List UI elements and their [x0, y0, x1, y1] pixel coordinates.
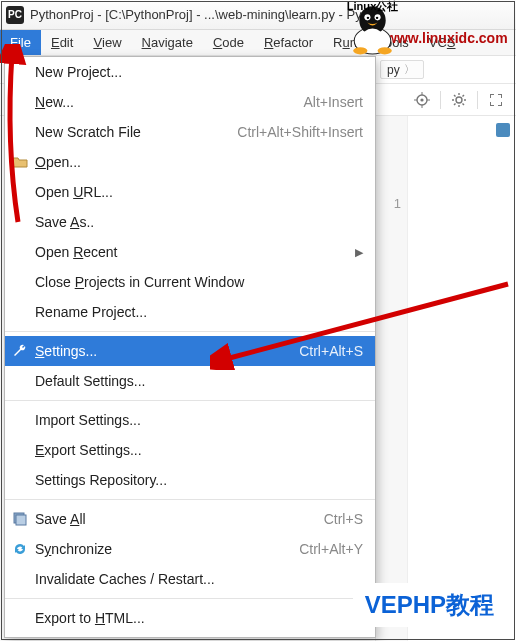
menu-item-label: Save As.. [35, 214, 94, 230]
vephp-watermark: VEPHP教程 [353, 583, 506, 627]
menu-item-import-settings[interactable]: Import Settings... [5, 405, 375, 435]
menu-item-open-recent[interactable]: Open Recent▶ [5, 237, 375, 267]
editor-area[interactable]: 1 [375, 116, 516, 641]
menu-item-label: Export Settings... [35, 442, 142, 458]
file-menu-dropdown: New Project...New...Alt+InsertNew Scratc… [4, 56, 376, 638]
menu-item-label: New... [35, 94, 74, 110]
menu-item-synchronize[interactable]: SynchronizeCtrl+Alt+Y [5, 534, 375, 564]
submenu-arrow-icon: ▶ [355, 246, 363, 259]
svg-point-1 [420, 98, 423, 101]
shortcut-label: Alt+Insert [303, 94, 363, 110]
python-file-icon [496, 123, 510, 137]
menu-item-save-all[interactable]: Save AllCtrl+S [5, 504, 375, 534]
menu-item-export-settings[interactable]: Export Settings... [5, 435, 375, 465]
menu-item-label: Export to HTML... [35, 610, 145, 626]
menu-item-close-projects-in-current-window[interactable]: Close Projects in Current Window [5, 267, 375, 297]
sync-icon [11, 540, 29, 558]
chevron-right-icon: 〉 [404, 62, 415, 77]
svg-line-12 [463, 103, 465, 105]
menu-item-label: Open... [35, 154, 81, 170]
menu-item-invalidate-caches-restart[interactable]: Invalidate Caches / Restart... [5, 564, 375, 594]
menu-item-open-url[interactable]: Open URL... [5, 177, 375, 207]
menu-item-label: Import Settings... [35, 412, 141, 428]
file-tab[interactable] [496, 116, 510, 144]
menu-item-rename-project[interactable]: Rename Project... [5, 297, 375, 327]
menu-separator [5, 331, 375, 332]
shortcut-label: Ctrl+Alt+S [299, 343, 363, 359]
separator [477, 91, 478, 109]
svg-rect-16 [16, 515, 26, 525]
menu-item-save-as[interactable]: Save As.. [5, 207, 375, 237]
gear-icon[interactable] [447, 88, 471, 112]
menu-item-default-settings[interactable]: Default Settings... [5, 366, 375, 396]
menu-item-label: Close Projects in Current Window [35, 274, 244, 290]
menu-item-export-to-html[interactable]: Export to HTML... [5, 603, 375, 633]
collapse-icon[interactable] [484, 88, 508, 112]
menu-separator [5, 400, 375, 401]
menu-item-label: Default Settings... [35, 373, 146, 389]
menu-edit[interactable]: Edit [41, 30, 83, 55]
menu-separator [5, 499, 375, 500]
target-icon[interactable] [410, 88, 434, 112]
menu-item-open[interactable]: Open... [5, 147, 375, 177]
title-bar: PC PythonProj - [C:\PythonProj] - ...\we… [0, 0, 516, 30]
menu-item-label: Settings... [35, 343, 97, 359]
menu-item-label: New Scratch File [35, 124, 141, 140]
menu-navigate[interactable]: Navigate [132, 30, 203, 55]
menu-item-label: Open URL... [35, 184, 113, 200]
menu-refactor[interactable]: Refactor [254, 30, 323, 55]
menu-item-new-project[interactable]: New Project... [5, 57, 375, 87]
menu-bar: FileEditViewNavigateCodeRefactorRunTools… [0, 30, 516, 56]
separator [440, 91, 441, 109]
svg-line-13 [454, 103, 456, 105]
save-all-icon [11, 510, 29, 528]
menu-item-label: Invalidate Caches / Restart... [35, 571, 215, 587]
svg-line-14 [463, 95, 465, 97]
menu-separator [5, 598, 375, 599]
menu-file[interactable]: File [0, 30, 41, 55]
menu-item-label: Save All [35, 511, 86, 527]
shortcut-label: Ctrl+Alt+Y [299, 541, 363, 557]
menu-item-settings[interactable]: Settings...Ctrl+Alt+S [5, 336, 375, 366]
menu-item-label: Synchronize [35, 541, 112, 557]
folder-open-icon [11, 153, 29, 171]
window-title: PythonProj - [C:\PythonProj] - ...\web-m… [30, 7, 378, 22]
menu-item-label: Settings Repository... [35, 472, 167, 488]
menu-item-new[interactable]: New...Alt+Insert [5, 87, 375, 117]
menu-run[interactable]: Run [323, 30, 367, 55]
menu-item-label: Rename Project... [35, 304, 147, 320]
menu-item-label: New Project... [35, 64, 122, 80]
menu-item-new-scratch-file[interactable]: New Scratch FileCtrl+Alt+Shift+Insert [5, 117, 375, 147]
menu-vcs[interactable]: VCS [419, 30, 466, 55]
wrench-icon [11, 342, 29, 360]
editor-gutter: 1 [376, 116, 408, 641]
menu-view[interactable]: View [83, 30, 131, 55]
menu-item-label: Open Recent [35, 244, 118, 260]
menu-code[interactable]: Code [203, 30, 254, 55]
menu-tools[interactable]: Tools [367, 30, 419, 55]
line-number: 1 [376, 196, 401, 211]
breadcrumb-label: py [387, 63, 400, 77]
svg-point-6 [456, 97, 462, 103]
breadcrumb-tail[interactable]: py 〉 [380, 60, 424, 79]
shortcut-label: Ctrl+S [324, 511, 363, 527]
menu-item-settings-repository[interactable]: Settings Repository... [5, 465, 375, 495]
svg-line-11 [454, 95, 456, 97]
app-icon: PC [6, 6, 24, 24]
shortcut-label: Ctrl+Alt+Shift+Insert [237, 124, 363, 140]
